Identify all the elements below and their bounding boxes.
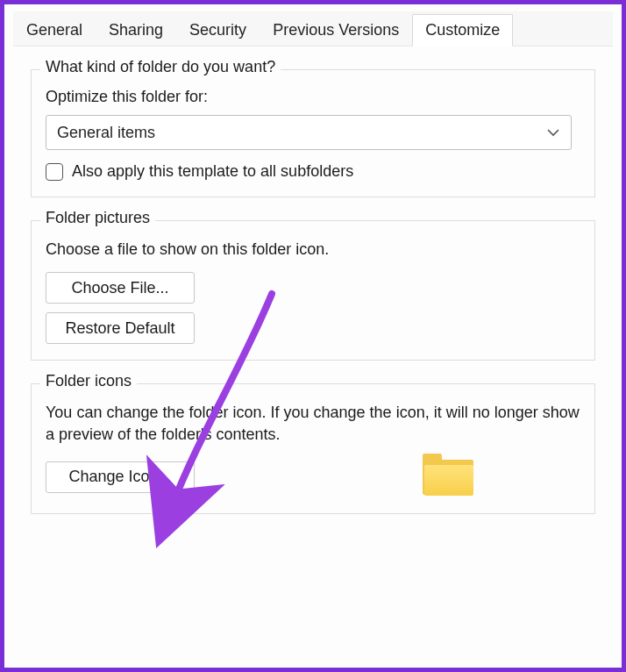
group-folder-pictures-title: Folder pictures — [40, 209, 155, 227]
tab-strip: General Sharing Security Previous Versio… — [13, 11, 613, 46]
properties-dialog: General Sharing Security Previous Versio… — [0, 0, 626, 672]
optimize-label: Optimize this folder for: — [46, 88, 580, 106]
checkbox-box-icon — [46, 163, 63, 181]
tab-previous-versions[interactable]: Previous Versions — [260, 14, 412, 46]
folder-icons-desc: You can change the folder icon. If you c… — [46, 402, 580, 445]
folder-pictures-desc: Choose a file to show on this folder ico… — [46, 239, 580, 260]
change-icon-button[interactable]: Change Icon... — [46, 461, 195, 493]
group-folder-pictures: Folder pictures Choose a file to show on… — [31, 220, 595, 361]
group-folder-type-title: What kind of folder do you want? — [40, 58, 281, 76]
chevron-down-icon — [546, 125, 560, 139]
group-folder-icons-title: Folder icons — [40, 372, 137, 390]
tab-customize[interactable]: Customize — [412, 14, 513, 46]
group-folder-icons: Folder icons You can change the folder i… — [31, 383, 595, 514]
choose-file-button[interactable]: Choose File... — [46, 272, 195, 304]
folder-icon — [423, 457, 475, 497]
optimize-dropdown-value: General items — [57, 124, 155, 142]
tab-general[interactable]: General — [13, 14, 96, 46]
apply-subfolders-label: Also apply this template to all subfolde… — [72, 162, 353, 181]
group-folder-type: What kind of folder do you want? Optimiz… — [31, 69, 595, 197]
tab-security[interactable]: Security — [176, 14, 260, 46]
restore-default-button[interactable]: Restore Default — [46, 312, 195, 344]
optimize-dropdown[interactable]: General items — [46, 115, 572, 150]
tab-sharing[interactable]: Sharing — [96, 14, 176, 46]
apply-subfolders-checkbox[interactable]: Also apply this template to all subfolde… — [46, 162, 580, 181]
